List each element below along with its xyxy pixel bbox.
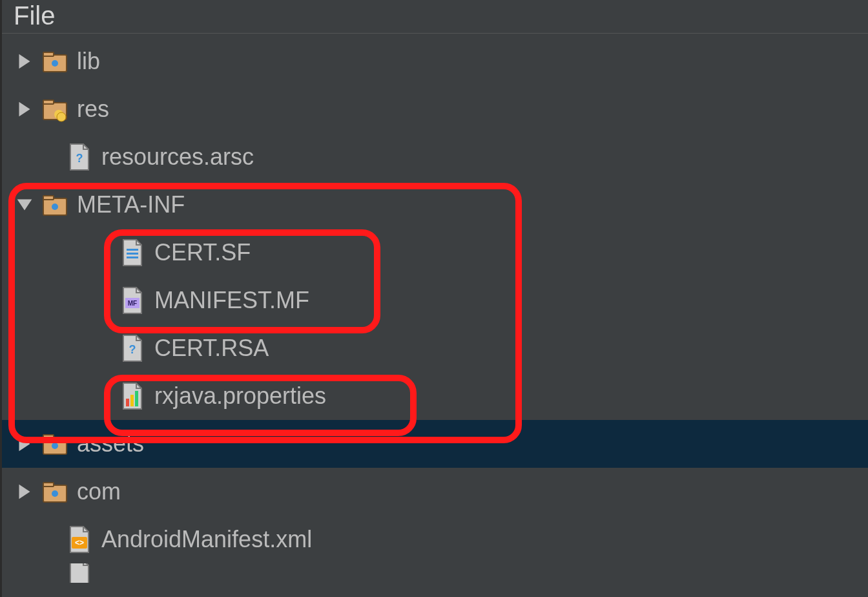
tree-label: assets — [77, 430, 144, 457]
svg-text:MF: MF — [128, 300, 137, 307]
svg-rect-1 — [43, 52, 54, 56]
tree-row-res[interactable]: res — [2, 85, 868, 133]
tree-row-assets[interactable]: assets — [2, 420, 868, 468]
tree-label: rxjava.properties — [154, 382, 326, 410]
tree-row-resources-arsc[interactable]: ? resources.arsc — [2, 133, 868, 181]
file-mf-icon: MF — [119, 288, 145, 313]
file-xml-icon: <> — [67, 527, 92, 552]
svg-rect-19 — [135, 391, 138, 406]
svg-rect-9 — [43, 196, 54, 200]
svg-rect-13 — [127, 257, 138, 258]
file-icon — [67, 563, 92, 583]
svg-text:<>: <> — [75, 538, 84, 547]
svg-rect-21 — [43, 435, 54, 439]
chevron-down-icon[interactable] — [14, 194, 36, 216]
file-tree-panel: File lib — [0, 0, 868, 597]
tree-label: lib — [77, 48, 100, 75]
folder-dot-icon — [42, 48, 68, 74]
tree-label: AndroidManifest.xml — [101, 526, 312, 553]
svg-rect-12 — [127, 253, 138, 255]
tree-row-rxjava-properties[interactable]: rxjava.properties — [2, 372, 868, 420]
tree-row-com[interactable]: com — [2, 468, 868, 516]
tree-row-meta-inf[interactable]: META-INF — [2, 181, 868, 229]
tree-label: com — [77, 478, 121, 505]
folder-res-icon — [42, 96, 68, 122]
svg-point-22 — [52, 443, 58, 449]
folder-dot-icon — [42, 431, 68, 457]
tree-label: CERT.RSA — [154, 335, 269, 362]
svg-text:?: ? — [129, 343, 136, 356]
chevron-right-icon[interactable] — [14, 98, 36, 120]
file-unknown-icon: ? — [119, 335, 145, 361]
tree-row-partial[interactable] — [2, 563, 868, 583]
tree-label: META-INF — [77, 191, 185, 218]
svg-rect-4 — [43, 100, 54, 104]
svg-rect-17 — [126, 399, 129, 406]
tree-label: resources.arsc — [101, 143, 254, 171]
svg-rect-18 — [130, 395, 134, 406]
svg-text:?: ? — [76, 152, 83, 165]
svg-rect-24 — [43, 483, 54, 487]
tree-row-cert-sf[interactable]: CERT.SF — [2, 229, 868, 277]
svg-rect-11 — [127, 249, 138, 251]
file-unknown-icon: ? — [67, 144, 92, 170]
svg-point-10 — [52, 204, 58, 210]
panel-header: File — [2, 0, 868, 34]
folder-dot-icon — [42, 192, 68, 218]
file-properties-icon — [119, 383, 145, 409]
tree-row-androidmanifest[interactable]: <> AndroidManifest.xml — [2, 516, 868, 563]
header-title: File — [14, 1, 55, 30]
chevron-right-icon[interactable] — [14, 481, 36, 503]
tree-row-manifest-mf[interactable]: MF MANIFEST.MF — [2, 277, 868, 324]
file-text-icon — [119, 240, 145, 266]
chevron-right-icon[interactable] — [14, 50, 36, 72]
tree-label: MANIFEST.MF — [154, 287, 309, 314]
svg-point-25 — [52, 490, 58, 497]
chevron-right-icon[interactable] — [14, 433, 36, 455]
tree-row-cert-rsa[interactable]: ? CERT.RSA — [2, 324, 868, 372]
tree-row-lib[interactable]: lib — [2, 37, 868, 85]
file-tree: lib res ? — [2, 34, 868, 583]
tree-label: res — [77, 96, 109, 123]
tree-label: CERT.SF — [154, 239, 251, 266]
svg-point-2 — [52, 60, 58, 67]
folder-dot-icon — [42, 479, 68, 505]
svg-point-6 — [57, 112, 66, 121]
